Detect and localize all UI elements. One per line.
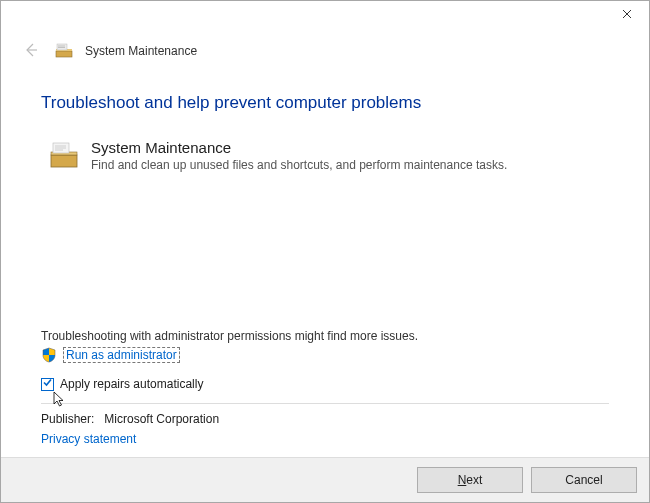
admin-link-row: Run as administrator [41, 347, 609, 363]
cursor-icon [53, 391, 67, 409]
apply-repairs-checkbox[interactable] [41, 378, 54, 391]
divider [41, 403, 609, 404]
page-title: Troubleshoot and help prevent computer p… [41, 93, 609, 113]
publisher-label: Publisher: [41, 412, 101, 426]
section-title: System Maintenance [91, 139, 507, 156]
next-button-rest: ext [466, 473, 482, 487]
toolbox-icon [49, 139, 79, 171]
header-row: System Maintenance [1, 31, 649, 73]
apply-repairs-label: Apply repairs automatically [60, 377, 203, 391]
apply-repairs-checkbox-row: Apply repairs automatically [41, 377, 609, 391]
publisher-value: Microsoft Corporation [104, 412, 219, 426]
shield-icon [41, 347, 57, 363]
privacy-statement-link[interactable]: Privacy statement [41, 432, 609, 446]
close-button[interactable] [604, 1, 649, 29]
footer: Next Cancel [1, 457, 649, 502]
svg-rect-3 [57, 44, 67, 50]
admin-note: Troubleshooting with administrator permi… [41, 329, 609, 343]
next-button[interactable]: Next [417, 467, 523, 493]
svg-rect-6 [51, 155, 77, 167]
close-icon [622, 8, 632, 22]
header-title: System Maintenance [85, 44, 197, 58]
publisher-row: Publisher: Microsoft Corporation [41, 412, 609, 426]
troubleshooter-window: System Maintenance Troubleshoot and help… [0, 0, 650, 503]
section-row: System Maintenance Find and clean up unu… [41, 139, 609, 172]
checkmark-icon [42, 377, 53, 391]
section-text: System Maintenance Find and clean up unu… [91, 139, 507, 172]
content-area: Troubleshoot and help prevent computer p… [1, 73, 649, 172]
back-arrow-icon [23, 42, 39, 61]
titlebar [1, 1, 649, 31]
run-as-administrator-link[interactable]: Run as administrator [63, 347, 180, 363]
back-button[interactable] [19, 39, 43, 63]
system-maintenance-icon [55, 42, 73, 60]
lower-block: Troubleshooting with administrator permi… [1, 329, 649, 446]
cancel-button[interactable]: Cancel [531, 467, 637, 493]
svg-rect-1 [56, 51, 72, 57]
section-description: Find and clean up unused files and short… [91, 158, 507, 172]
